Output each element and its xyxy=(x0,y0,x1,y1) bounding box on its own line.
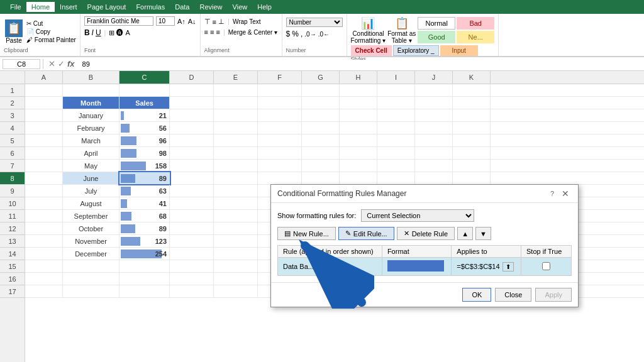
col-header-c[interactable]: C xyxy=(119,71,170,84)
cell-b6-month[interactable]: April xyxy=(63,147,119,159)
cell-b16[interactable] xyxy=(63,273,119,285)
cell-d13[interactable] xyxy=(170,235,214,247)
cell-i4[interactable] xyxy=(377,122,415,134)
cell-i7[interactable] xyxy=(377,160,415,172)
row-num-6[interactable]: 6 xyxy=(0,147,25,160)
cell-i1[interactable] xyxy=(377,84,415,96)
cell-c16[interactable] xyxy=(119,273,170,285)
ribbon-tab-file[interactable]: File xyxy=(5,2,26,12)
number-format-select[interactable]: Number General Currency Percentage xyxy=(286,18,343,27)
cell-d4[interactable] xyxy=(170,122,214,134)
cell-i6[interactable] xyxy=(377,147,415,159)
ribbon-tab-help[interactable]: Help xyxy=(252,2,277,12)
cell-c2-sales-header[interactable]: Sales xyxy=(119,97,170,109)
stop-if-true-checkbox[interactable] xyxy=(542,262,550,270)
align-middle-button[interactable]: ≡ xyxy=(213,18,216,26)
font-name-input[interactable] xyxy=(84,16,153,26)
cell-c1[interactable] xyxy=(119,84,170,96)
cell-j5[interactable] xyxy=(415,134,453,146)
insert-function-icon[interactable]: fx xyxy=(67,59,75,69)
cell-d12[interactable] xyxy=(170,222,214,234)
cell-c15[interactable] xyxy=(119,260,170,272)
cell-g3[interactable] xyxy=(302,109,340,121)
cell-f1[interactable] xyxy=(258,84,302,96)
cell-j4[interactable] xyxy=(415,122,453,134)
cell-e3[interactable] xyxy=(214,109,258,121)
cell-c5-value[interactable]: 96 xyxy=(119,134,170,146)
decimal-decrease-button[interactable]: .0← xyxy=(318,30,330,38)
decimal-increase-button[interactable]: .0→ xyxy=(304,30,316,38)
cell-b10-month[interactable]: August xyxy=(63,197,119,209)
cell-f8[interactable] xyxy=(258,172,302,184)
cell-a12[interactable] xyxy=(25,222,63,234)
cell-g1[interactable] xyxy=(302,84,340,96)
style-check-cell[interactable]: Check Cell xyxy=(351,45,392,56)
currency-button[interactable]: $ xyxy=(286,30,291,38)
row-num-4[interactable]: 4 xyxy=(0,122,25,134)
cell-b3-month[interactable]: January xyxy=(63,109,119,121)
show-rules-select[interactable]: Current Selection xyxy=(361,209,474,222)
bold-button[interactable]: B xyxy=(84,28,90,37)
cell-c3-value[interactable]: 21 xyxy=(119,109,170,121)
cell-c7-value[interactable]: 158 xyxy=(119,160,170,172)
delete-rule-button[interactable]: ✕ Delete Rule xyxy=(397,227,455,240)
cell-a9[interactable] xyxy=(25,185,63,197)
align-left-button[interactable]: ≡ xyxy=(204,28,208,36)
cell-a8[interactable] xyxy=(25,172,63,184)
cell-f2[interactable] xyxy=(258,97,302,109)
dialog-help-icon[interactable]: ? xyxy=(550,190,554,197)
cell-e5[interactable] xyxy=(214,134,258,146)
style-exploratory[interactable]: Exploratory _ xyxy=(393,45,439,56)
row-num-5[interactable]: 5 xyxy=(0,134,25,147)
cell-d14[interactable] xyxy=(170,248,214,260)
cell-reference-box[interactable] xyxy=(3,59,40,69)
cell-b7-month[interactable]: May xyxy=(63,160,119,172)
cell-e9[interactable] xyxy=(214,185,258,197)
cell-g4[interactable] xyxy=(302,122,340,134)
confirm-formula-icon[interactable]: ✓ xyxy=(58,59,65,69)
ribbon-tab-home[interactable]: Home xyxy=(26,2,55,12)
row-num-7[interactable]: 7 xyxy=(0,160,25,172)
cell-j1[interactable] xyxy=(415,84,453,96)
row-num-16[interactable]: 16 xyxy=(0,273,25,285)
rule-applies-cell[interactable]: =$C$3:$C$14 ⬆ xyxy=(452,258,521,276)
format-painter-button[interactable]: 🖌 Format Painter xyxy=(26,36,76,43)
row-num-14[interactable]: 14 xyxy=(0,248,25,260)
cell-j7[interactable] xyxy=(415,160,453,172)
cell-b17[interactable] xyxy=(63,285,119,297)
style-good[interactable]: Good xyxy=(418,31,455,43)
cell-g6[interactable] xyxy=(302,147,340,159)
align-right-button[interactable]: ≡ xyxy=(216,28,219,36)
cell-e14[interactable] xyxy=(214,248,258,260)
cell-k1[interactable] xyxy=(453,84,491,96)
cell-a6[interactable] xyxy=(25,147,63,159)
cell-b2-month-header[interactable]: Month xyxy=(63,97,119,109)
cell-i5[interactable] xyxy=(377,134,415,146)
col-header-i[interactable]: I xyxy=(377,71,415,84)
col-header-a[interactable]: A xyxy=(25,71,63,84)
cell-f4[interactable] xyxy=(258,122,302,134)
new-rule-button[interactable]: ▤ New Rule... xyxy=(277,227,336,240)
ribbon-tab-data[interactable]: Data xyxy=(170,2,194,12)
cell-d8[interactable] xyxy=(170,172,214,184)
applies-to-expand-button[interactable]: ⬆ xyxy=(502,262,514,272)
border-button[interactable]: ⊞ xyxy=(109,29,114,37)
cell-i8[interactable] xyxy=(377,172,415,184)
ribbon-tab-formulas[interactable]: Formulas xyxy=(131,2,170,12)
row-num-3[interactable]: 3 xyxy=(0,109,25,122)
apply-button[interactable]: Apply xyxy=(535,288,572,302)
style-normal[interactable]: Normal xyxy=(418,17,455,30)
cell-e4[interactable] xyxy=(214,122,258,134)
cell-a5[interactable] xyxy=(25,134,63,146)
cell-b9-month[interactable]: July xyxy=(63,185,119,197)
fill-color-button[interactable]: 🅐 xyxy=(116,29,123,36)
cell-h3[interactable] xyxy=(340,109,377,121)
formula-input[interactable] xyxy=(80,60,641,69)
rule-stop-cell[interactable] xyxy=(521,258,572,276)
cell-c8-value[interactable]: 89 xyxy=(119,172,170,184)
cell-k3[interactable] xyxy=(453,109,491,121)
cell-a14[interactable] xyxy=(25,248,63,260)
cell-d7[interactable] xyxy=(170,160,214,172)
cell-a15[interactable] xyxy=(25,260,63,272)
cell-e16[interactable] xyxy=(214,273,258,285)
